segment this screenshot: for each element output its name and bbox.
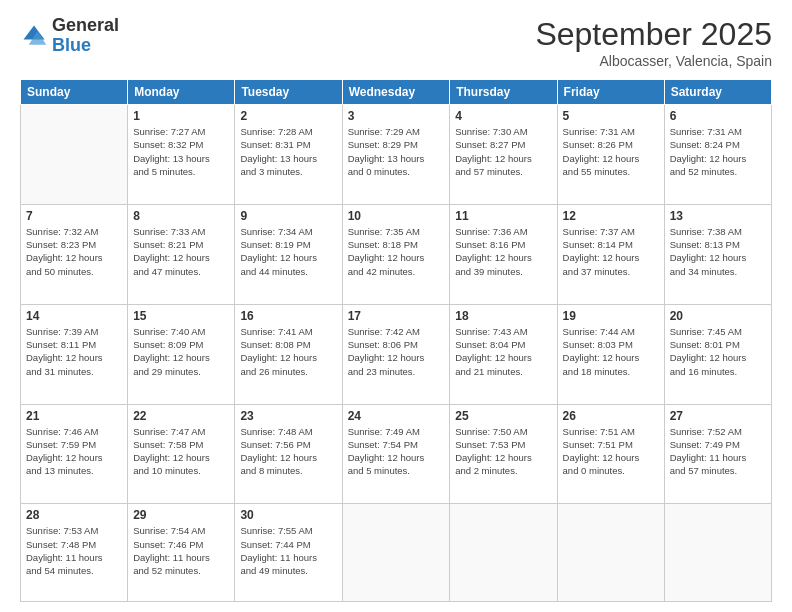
calendar-cell: 7Sunrise: 7:32 AM Sunset: 8:23 PM Daylig…	[21, 204, 128, 304]
day-number: 18	[455, 309, 551, 323]
day-info: Sunrise: 7:31 AM Sunset: 8:26 PM Dayligh…	[563, 125, 659, 178]
day-number: 7	[26, 209, 122, 223]
calendar-cell: 16Sunrise: 7:41 AM Sunset: 8:08 PM Dayli…	[235, 304, 342, 404]
month-title: September 2025	[535, 16, 772, 53]
day-number: 12	[563, 209, 659, 223]
calendar-cell: 28Sunrise: 7:53 AM Sunset: 7:48 PM Dayli…	[21, 504, 128, 602]
day-info: Sunrise: 7:36 AM Sunset: 8:16 PM Dayligh…	[455, 225, 551, 278]
day-info: Sunrise: 7:55 AM Sunset: 7:44 PM Dayligh…	[240, 524, 336, 577]
logo-general-text: General	[52, 16, 119, 36]
day-info: Sunrise: 7:47 AM Sunset: 7:58 PM Dayligh…	[133, 425, 229, 478]
calendar-cell: 4Sunrise: 7:30 AM Sunset: 8:27 PM Daylig…	[450, 105, 557, 205]
day-info: Sunrise: 7:29 AM Sunset: 8:29 PM Dayligh…	[348, 125, 445, 178]
calendar-cell: 3Sunrise: 7:29 AM Sunset: 8:29 PM Daylig…	[342, 105, 450, 205]
day-info: Sunrise: 7:35 AM Sunset: 8:18 PM Dayligh…	[348, 225, 445, 278]
day-info: Sunrise: 7:54 AM Sunset: 7:46 PM Dayligh…	[133, 524, 229, 577]
day-number: 10	[348, 209, 445, 223]
day-info: Sunrise: 7:41 AM Sunset: 8:08 PM Dayligh…	[240, 325, 336, 378]
day-info: Sunrise: 7:27 AM Sunset: 8:32 PM Dayligh…	[133, 125, 229, 178]
calendar-cell	[450, 504, 557, 602]
day-of-week-header: Sunday	[21, 80, 128, 105]
calendar-cell: 9Sunrise: 7:34 AM Sunset: 8:19 PM Daylig…	[235, 204, 342, 304]
logo-blue-text: Blue	[52, 36, 119, 56]
day-info: Sunrise: 7:50 AM Sunset: 7:53 PM Dayligh…	[455, 425, 551, 478]
day-number: 29	[133, 508, 229, 522]
day-number: 4	[455, 109, 551, 123]
day-info: Sunrise: 7:34 AM Sunset: 8:19 PM Dayligh…	[240, 225, 336, 278]
calendar-cell: 20Sunrise: 7:45 AM Sunset: 8:01 PM Dayli…	[664, 304, 771, 404]
day-info: Sunrise: 7:38 AM Sunset: 8:13 PM Dayligh…	[670, 225, 766, 278]
calendar-cell: 10Sunrise: 7:35 AM Sunset: 8:18 PM Dayli…	[342, 204, 450, 304]
day-info: Sunrise: 7:45 AM Sunset: 8:01 PM Dayligh…	[670, 325, 766, 378]
day-of-week-header: Thursday	[450, 80, 557, 105]
week-row: 1Sunrise: 7:27 AM Sunset: 8:32 PM Daylig…	[21, 105, 772, 205]
day-number: 16	[240, 309, 336, 323]
calendar-table: SundayMondayTuesdayWednesdayThursdayFrid…	[20, 79, 772, 602]
calendar-cell: 18Sunrise: 7:43 AM Sunset: 8:04 PM Dayli…	[450, 304, 557, 404]
day-of-week-header: Tuesday	[235, 80, 342, 105]
calendar-cell: 14Sunrise: 7:39 AM Sunset: 8:11 PM Dayli…	[21, 304, 128, 404]
calendar-cell: 12Sunrise: 7:37 AM Sunset: 8:14 PM Dayli…	[557, 204, 664, 304]
calendar-cell: 27Sunrise: 7:52 AM Sunset: 7:49 PM Dayli…	[664, 404, 771, 504]
week-row: 28Sunrise: 7:53 AM Sunset: 7:48 PM Dayli…	[21, 504, 772, 602]
day-number: 26	[563, 409, 659, 423]
calendar-cell: 30Sunrise: 7:55 AM Sunset: 7:44 PM Dayli…	[235, 504, 342, 602]
calendar-cell: 21Sunrise: 7:46 AM Sunset: 7:59 PM Dayli…	[21, 404, 128, 504]
day-info: Sunrise: 7:48 AM Sunset: 7:56 PM Dayligh…	[240, 425, 336, 478]
day-number: 15	[133, 309, 229, 323]
calendar-cell: 6Sunrise: 7:31 AM Sunset: 8:24 PM Daylig…	[664, 105, 771, 205]
day-number: 9	[240, 209, 336, 223]
calendar-cell: 24Sunrise: 7:49 AM Sunset: 7:54 PM Dayli…	[342, 404, 450, 504]
week-row: 7Sunrise: 7:32 AM Sunset: 8:23 PM Daylig…	[21, 204, 772, 304]
calendar-cell: 2Sunrise: 7:28 AM Sunset: 8:31 PM Daylig…	[235, 105, 342, 205]
day-info: Sunrise: 7:37 AM Sunset: 8:14 PM Dayligh…	[563, 225, 659, 278]
calendar-cell: 13Sunrise: 7:38 AM Sunset: 8:13 PM Dayli…	[664, 204, 771, 304]
day-number: 2	[240, 109, 336, 123]
logo: General Blue	[20, 16, 119, 56]
day-of-week-header: Friday	[557, 80, 664, 105]
calendar-cell: 17Sunrise: 7:42 AM Sunset: 8:06 PM Dayli…	[342, 304, 450, 404]
day-info: Sunrise: 7:39 AM Sunset: 8:11 PM Dayligh…	[26, 325, 122, 378]
calendar-cell: 1Sunrise: 7:27 AM Sunset: 8:32 PM Daylig…	[128, 105, 235, 205]
day-info: Sunrise: 7:31 AM Sunset: 8:24 PM Dayligh…	[670, 125, 766, 178]
day-number: 21	[26, 409, 122, 423]
day-info: Sunrise: 7:33 AM Sunset: 8:21 PM Dayligh…	[133, 225, 229, 278]
location: Albocasser, Valencia, Spain	[535, 53, 772, 69]
day-number: 25	[455, 409, 551, 423]
day-info: Sunrise: 7:43 AM Sunset: 8:04 PM Dayligh…	[455, 325, 551, 378]
day-info: Sunrise: 7:49 AM Sunset: 7:54 PM Dayligh…	[348, 425, 445, 478]
header: General Blue September 2025 Albocasser, …	[20, 16, 772, 69]
page: General Blue September 2025 Albocasser, …	[0, 0, 792, 612]
day-info: Sunrise: 7:28 AM Sunset: 8:31 PM Dayligh…	[240, 125, 336, 178]
title-section: September 2025 Albocasser, Valencia, Spa…	[535, 16, 772, 69]
day-number: 3	[348, 109, 445, 123]
calendar-cell	[664, 504, 771, 602]
calendar-cell: 15Sunrise: 7:40 AM Sunset: 8:09 PM Dayli…	[128, 304, 235, 404]
day-info: Sunrise: 7:52 AM Sunset: 7:49 PM Dayligh…	[670, 425, 766, 478]
calendar-cell	[557, 504, 664, 602]
day-number: 13	[670, 209, 766, 223]
day-info: Sunrise: 7:44 AM Sunset: 8:03 PM Dayligh…	[563, 325, 659, 378]
calendar-cell: 26Sunrise: 7:51 AM Sunset: 7:51 PM Dayli…	[557, 404, 664, 504]
day-number: 20	[670, 309, 766, 323]
week-row: 21Sunrise: 7:46 AM Sunset: 7:59 PM Dayli…	[21, 404, 772, 504]
calendar-cell: 23Sunrise: 7:48 AM Sunset: 7:56 PM Dayli…	[235, 404, 342, 504]
day-info: Sunrise: 7:42 AM Sunset: 8:06 PM Dayligh…	[348, 325, 445, 378]
day-number: 11	[455, 209, 551, 223]
day-info: Sunrise: 7:40 AM Sunset: 8:09 PM Dayligh…	[133, 325, 229, 378]
calendar-cell	[342, 504, 450, 602]
day-of-week-header: Wednesday	[342, 80, 450, 105]
day-info: Sunrise: 7:51 AM Sunset: 7:51 PM Dayligh…	[563, 425, 659, 478]
day-number: 17	[348, 309, 445, 323]
calendar-cell: 19Sunrise: 7:44 AM Sunset: 8:03 PM Dayli…	[557, 304, 664, 404]
day-number: 1	[133, 109, 229, 123]
day-info: Sunrise: 7:53 AM Sunset: 7:48 PM Dayligh…	[26, 524, 122, 577]
calendar-cell: 5Sunrise: 7:31 AM Sunset: 8:26 PM Daylig…	[557, 105, 664, 205]
calendar-cell: 11Sunrise: 7:36 AM Sunset: 8:16 PM Dayli…	[450, 204, 557, 304]
day-number: 28	[26, 508, 122, 522]
day-of-week-header: Monday	[128, 80, 235, 105]
day-info: Sunrise: 7:30 AM Sunset: 8:27 PM Dayligh…	[455, 125, 551, 178]
day-info: Sunrise: 7:32 AM Sunset: 8:23 PM Dayligh…	[26, 225, 122, 278]
day-number: 19	[563, 309, 659, 323]
calendar-cell: 25Sunrise: 7:50 AM Sunset: 7:53 PM Dayli…	[450, 404, 557, 504]
